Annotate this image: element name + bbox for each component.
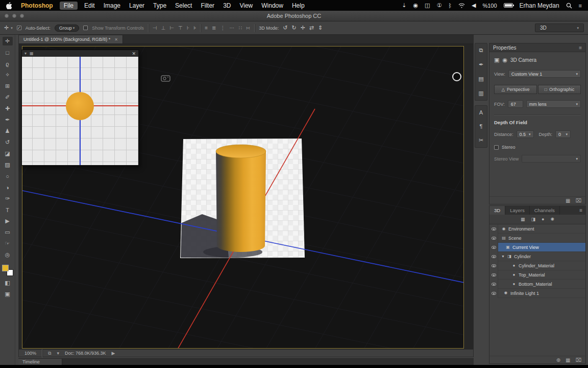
scene-item-infinite-light[interactable]: ✺ Infinite Light 1 [489,289,585,298]
distribute-vertical-icon[interactable]: ≣ [212,25,216,31]
scene-item-scene[interactable]: ▤ Scene [489,234,585,243]
zoom-tool[interactable]: ◎ [3,250,13,259]
hand-tool[interactable]: ☞ [3,239,13,248]
screen-mode-icon[interactable]: ▣ [3,290,13,298]
menu-filter[interactable]: Filter [201,2,214,9]
type-tool[interactable]: T [3,205,13,214]
filter-meshes-icon[interactable]: ◨ [531,217,536,222]
brush-panel-icon[interactable]: ✒ [479,61,483,68]
properties-header[interactable]: Properties ≡ [489,43,585,52]
distribute-left-icon[interactable]: ⋯ [229,25,234,31]
menu-image[interactable]: Image [104,2,120,9]
history-brush-tool[interactable]: ↺ [3,138,13,147]
foreground-color-swatch[interactable] [2,265,9,271]
visibility-toggle[interactable] [489,224,498,234]
visibility-toggle[interactable] [489,252,498,261]
eyedropper-tool[interactable]: ✐ [3,93,13,102]
menu-photoshop[interactable]: Photoshop [21,2,53,9]
auto-select-target-dropdown[interactable]: Group ▾ [55,25,80,32]
properties-footer-grid-icon[interactable]: ▦ [566,198,570,203]
tab-layers[interactable]: Layers [505,206,530,215]
align-horizontal-centers-icon[interactable]: ⊦ [187,25,189,31]
distribute-top-icon[interactable]: ≡ [205,25,208,31]
close-icon[interactable]: ✕ [132,51,136,56]
healing-brush-tool[interactable]: ✚ [3,104,13,113]
dodge-tool[interactable]: ◑ [3,183,13,192]
delete-icon[interactable]: ⌧ [575,357,581,363]
history-panel-icon[interactable]: ⧉ [479,47,483,54]
wifi-menu-icon[interactable] [458,3,465,8]
rotate-3d-icon[interactable]: ↺ [283,25,287,31]
scene-item-bottom-material[interactable]: ● Bottom_Material [489,280,585,289]
auto-select-checkbox[interactable]: ✓ [17,26,21,30]
info-panel-icon[interactable]: ▥ [478,90,483,97]
visibility-toggle[interactable] [489,261,498,270]
menu-view[interactable]: View [239,2,253,9]
close-secondary-view-widget[interactable] [453,73,461,81]
view-dropdown[interactable]: Custom View 1 ▾ [508,70,581,78]
scene-item-current-view[interactable]: ▣ Current View [489,243,585,252]
panel-menu-icon[interactable]: ≡ [579,45,582,51]
delete-icon[interactable]: ⌧ [575,198,581,203]
distribute-right-icon[interactable]: ∺ [246,25,250,31]
tab-channels[interactable]: Channels [530,206,560,215]
gradient-tool[interactable]: ▨ [3,160,13,169]
lens-dropdown[interactable]: mm lens ▾ [526,100,581,108]
menu-edit[interactable]: Edit [84,2,95,9]
zoom-level[interactable]: 100% [24,351,36,356]
visibility-toggle[interactable] [489,270,498,280]
secondary-view[interactable]: ▾ ▦ ✕ [21,50,139,166]
view-grid-icon[interactable]: ▦ [30,51,34,56]
visibility-toggle[interactable] [489,289,498,298]
depth-input[interactable]: 0 ▾ [555,130,571,138]
secondary-view-canvas[interactable] [22,57,138,165]
distribute-horizontal-icon[interactable]: ∷ [238,25,241,31]
visibility-toggle[interactable] [489,280,498,289]
camera-menu-icon[interactable]: ◉ [413,2,418,9]
distance-input[interactable]: 0.5 ▾ [517,130,534,138]
roll-3d-icon[interactable]: ↻ [291,25,296,31]
swap-view-icon[interactable]: ▾ [24,51,27,56]
align-bottom-edges-icon[interactable]: ⊧ [193,25,196,31]
stepper-icon[interactable]: ▾ [564,132,568,136]
visibility-toggle[interactable] [489,243,498,252]
scale-3d-icon[interactable]: ⇕ [318,25,323,31]
menu-help[interactable]: Help [292,2,305,9]
swatches-panel-icon[interactable]: ▤ [478,76,483,82]
menu-3d[interactable]: 3D [223,2,231,9]
stepper-icon[interactable]: ▾ [526,132,531,136]
move-tool[interactable]: ✛ [3,37,13,45]
crop-tool[interactable]: ⊞ [3,82,13,90]
align-left-edges-icon[interactable]: ⊣ [153,25,157,31]
menu-file[interactable]: File [60,2,78,10]
canvas-3d-viewport[interactable]: ▾ ▦ ✕ [22,46,464,349]
scene-item-cylinder[interactable]: ▼ ◨ Cylinder [489,252,585,261]
filter-materials-icon[interactable]: ● [542,217,544,222]
marquee-tool[interactable]: □ [3,48,13,57]
drag-3d-icon[interactable]: ✛ [301,25,305,31]
eraser-tool[interactable]: ◪ [3,149,13,158]
stereo-checkbox[interactable] [494,145,499,150]
panel-menu-icon[interactable]: ≡ [579,208,585,213]
menu-window[interactable]: Window [261,2,283,9]
perspective-button[interactable]: △ Perspective [494,85,537,94]
tab-timeline[interactable]: Timeline [18,359,62,365]
search-icon[interactable] [566,3,572,9]
volume-menu-icon[interactable]: ◀ [472,2,476,9]
lasso-tool[interactable]: ϱ [3,59,13,68]
download-menu-icon[interactable]: ⇣ [402,2,406,9]
blur-tool[interactable]: ○ [3,172,13,180]
close-tab-icon[interactable]: ✕ [114,37,118,42]
bluetooth-menu-icon[interactable]: ᛒ [448,3,452,9]
scene-item-environment[interactable]: ◉ Environment [489,224,585,234]
add-item-icon[interactable]: ⊕ [556,357,560,363]
filter-lights-icon[interactable]: ✺ [550,217,554,222]
notification-center-icon[interactable]: ≡ [579,3,582,9]
slide-3d-icon[interactable]: ⇄ [309,25,314,31]
menu-type[interactable]: Type [153,2,166,9]
current-tool-icon[interactable]: ✛ [4,25,9,31]
rectangle-tool[interactable]: ▭ [3,228,13,237]
menu-select[interactable]: Select [175,2,192,9]
scene-item-cylinder-material[interactable]: ● Cylinder_Material [489,261,585,270]
clone-stamp-tool[interactable]: ♟ [3,127,13,135]
